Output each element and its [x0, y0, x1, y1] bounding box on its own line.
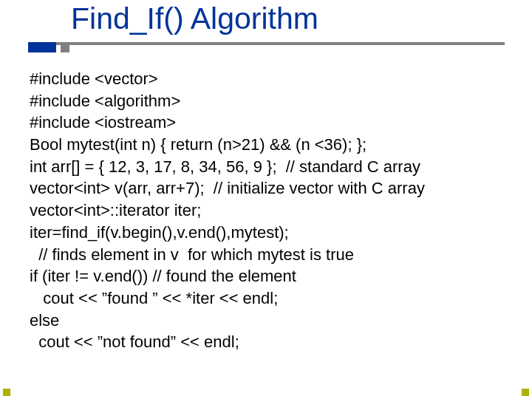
code-line: Bool mytest(int n) { return (n>21) && (n…	[30, 134, 517, 156]
title-area: Find_If() Algorithm	[28, 0, 517, 36]
title-underline	[28, 42, 505, 45]
code-line: else	[30, 310, 517, 332]
code-line: #include <vector>	[30, 68, 517, 90]
code-line: if (iter != v.end()) // found the elemen…	[30, 265, 517, 287]
code-body: #include <vector> #include <algorithm> #…	[30, 68, 517, 353]
code-line: #include <algorithm>	[30, 90, 517, 112]
code-line: // finds element in v for which mytest i…	[30, 244, 517, 266]
corner-square-icon	[3, 389, 10, 396]
slide-title: Find_If() Algorithm	[28, 0, 517, 36]
slide: Find_If() Algorithm #include <vector> #i…	[0, 0, 532, 399]
code-line: iter=find_if(v.begin(),v.end(),mytest);	[30, 222, 517, 244]
code-line: int arr[] = { 12, 3, 17, 8, 34, 56, 9 };…	[30, 156, 517, 178]
title-accent-block-2	[61, 45, 69, 52]
code-line: vector<int>::iterator iter;	[30, 200, 517, 222]
title-accent-block	[28, 42, 56, 52]
code-line: cout << ”not found” << endl;	[30, 331, 517, 353]
code-line: vector<int> v(arr, arr+7); // initialize…	[30, 177, 517, 200]
code-line: #include <iostream>	[30, 112, 517, 134]
code-line: cout << ”found ” << *iter << endl;	[30, 287, 517, 310]
corner-square-icon	[522, 389, 529, 396]
